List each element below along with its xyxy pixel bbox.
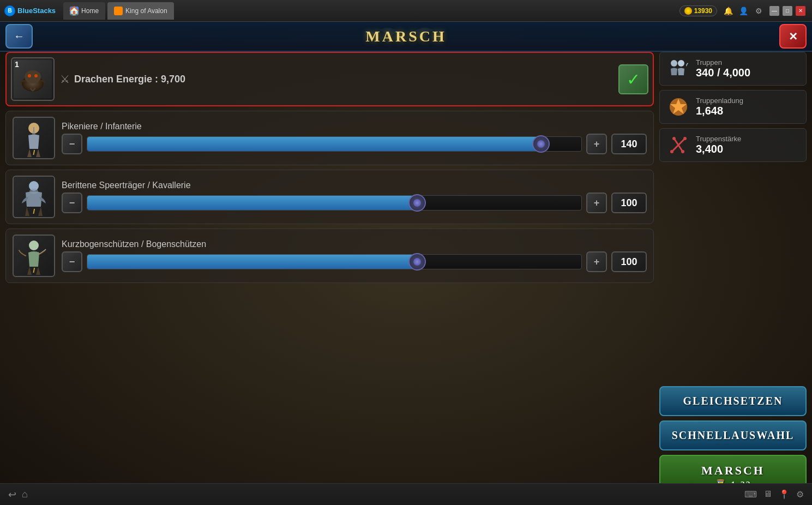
svg-point-9: [29, 241, 39, 250]
location-icon[interactable]: 📍: [779, 489, 790, 500]
svg-line-15: [674, 139, 683, 152]
kavallerie-slider-fill: [87, 196, 418, 210]
bogenschutzen-increase-button[interactable]: +: [586, 251, 607, 272]
truppenstarke-value: 3,400: [696, 143, 741, 155]
page-title: MARSCH: [365, 28, 446, 45]
back-button[interactable]: ←: [5, 24, 33, 49]
troop-slot-kavallerie: I: [13, 176, 55, 218]
close-button[interactable]: ✕: [779, 24, 807, 49]
svg-point-2: [28, 74, 31, 77]
tab-game[interactable]: King of Avalon: [107, 2, 174, 20]
pikeniere-decrease-button[interactable]: −: [62, 134, 82, 154]
title-bar-right: 13930 🔔 👤 ⚙ — □ ✕: [679, 5, 812, 16]
minimize-button[interactable]: —: [769, 6, 779, 16]
pikeniere-controls: Pikeniere / Infanterie − + 140: [62, 122, 647, 154]
marsch-label: MARSCH: [701, 464, 765, 478]
troop-row-pikeniere: I Pikeniere / Infanterie − + 140: [5, 111, 654, 165]
kavallerie-slider-row: − + 100: [62, 193, 647, 213]
truppenstarke-stat: Truppenstärke 3,400: [659, 128, 807, 162]
coin-value: 13930: [694, 7, 712, 15]
game-tab-icon: [114, 7, 123, 15]
kavallerie-increase-button[interactable]: +: [586, 193, 607, 213]
svg-point-3: [34, 74, 38, 77]
truppenladung-icon: [666, 95, 690, 119]
gleichsetzen-label: GLEICHSETZEN: [683, 395, 783, 407]
truppen-icon: [666, 57, 690, 81]
kavallerie-slider[interactable]: [87, 195, 582, 211]
pikeniere-slider[interactable]: [87, 136, 582, 152]
profile-icon[interactable]: 👤: [739, 7, 748, 15]
bluestacks-logo: B: [4, 5, 15, 16]
dragon-text: Drachen Energie : 9,700: [74, 74, 185, 85]
truppenladung-stat: Truppenladung 1,648: [659, 90, 807, 124]
kavallerie-tier: I: [33, 207, 35, 215]
display-icon[interactable]: 🖥: [763, 489, 772, 500]
svg-point-16: [670, 150, 673, 153]
bogenschutzen-slider-fill: [87, 255, 418, 269]
dragon-slot: 1: [11, 57, 55, 101]
nav-back-button[interactable]: ↩: [8, 489, 16, 501]
coin-badge: 13930: [679, 5, 717, 16]
coin-icon: [684, 7, 692, 15]
schnellauswahl-button[interactable]: SCHNELLAUSWAHL: [659, 420, 807, 450]
svg-point-8: [29, 189, 38, 194]
dragon-energy-row: 1: [5, 52, 654, 106]
truppenstarke-label: Truppenstärke: [696, 135, 741, 143]
main-content: 1: [5, 52, 807, 500]
pikeniere-slider-row: − + 140: [62, 134, 647, 154]
pikeniere-slider-thumb: [532, 135, 550, 153]
kavallerie-decrease-button[interactable]: −: [62, 193, 82, 213]
svg-point-11: [671, 60, 677, 67]
tab-home[interactable]: 🏠 Home: [63, 2, 105, 20]
pikeniere-slider-fill: [87, 137, 542, 151]
dragon-svg: [15, 62, 51, 97]
dragon-checkbox[interactable]: ✓: [618, 64, 648, 94]
dragon-number: 1: [15, 60, 19, 69]
svg-point-18: [672, 137, 676, 140]
pikeniere-tier: I: [33, 148, 35, 157]
dragon-image: [14, 60, 52, 98]
title-bar: B BlueStacks 🏠 Home King of Avalon 13930…: [0, 0, 812, 22]
brand-label: BlueStacks: [17, 7, 56, 15]
truppenstarke-icon: [666, 133, 690, 157]
truppen-info: Truppen 340 / 4,000: [696, 58, 750, 79]
bogenschutzen-slider-thumb: [408, 253, 426, 270]
bottom-right-icons: ⌨ 🖥 📍 ⚙: [744, 489, 804, 500]
bogenschutzen-name: Kurzbogenschützen / Bogenschützen: [62, 239, 647, 249]
schnellauswahl-label: SCHNELLAUSWAHL: [672, 429, 795, 442]
settings2-icon[interactable]: ⚙: [796, 489, 804, 500]
window-close-button[interactable]: ✕: [796, 6, 805, 16]
svg-line-10: [38, 249, 46, 255]
truppen-value: 340 / 4,000: [696, 67, 750, 79]
troop-row-bogenschutzen: I Kurzbogenschützen / Bogenschützen − + …: [5, 229, 654, 283]
maximize-button[interactable]: □: [783, 6, 792, 16]
notification-icon[interactable]: 🔔: [724, 7, 732, 15]
right-panel: Truppen 340 / 4,000 Truppenladung 1,648: [659, 52, 807, 500]
close-icon: ✕: [789, 30, 798, 43]
kavallerie-slider-thumb: [408, 194, 426, 212]
gleichsetzen-button[interactable]: GLEICHSETZEN: [659, 386, 807, 416]
truppen-stat: Truppen 340 / 4,000: [659, 52, 807, 86]
tab-game-label: King of Avalon: [125, 7, 167, 15]
bogenschutzen-slider-row: − + 100: [62, 251, 647, 272]
home-tab-icon: 🏠: [70, 7, 79, 15]
svg-point-19: [681, 150, 684, 153]
settings-icon[interactable]: ⚙: [754, 7, 763, 15]
bogenschutzen-tier: I: [33, 266, 35, 274]
pikeniere-increase-button[interactable]: +: [586, 134, 607, 154]
game-area: ← MARSCH ✕ 1: [0, 22, 812, 505]
nav-home-button[interactable]: ⌂: [22, 489, 28, 501]
bogenschutzen-decrease-button[interactable]: −: [62, 251, 82, 272]
truppenladung-info: Truppenladung 1,648: [696, 97, 743, 117]
svg-point-17: [683, 137, 687, 140]
back-icon: ←: [14, 30, 25, 43]
truppenladung-value: 1,648: [696, 105, 743, 117]
keyboard-icon[interactable]: ⌨: [744, 489, 757, 500]
bogenschutzen-slider[interactable]: [87, 254, 582, 269]
swords-icon: ⚔: [60, 73, 70, 86]
kavallerie-name: Berittene Speerträger / Kavallerie: [62, 181, 647, 190]
svg-rect-6: [32, 131, 35, 148]
top-bar: ← MARSCH ✕: [0, 22, 812, 52]
troop-slot-bogenschutzen: I: [13, 235, 55, 277]
truppenstarke-info: Truppenstärke 3,400: [696, 135, 741, 155]
